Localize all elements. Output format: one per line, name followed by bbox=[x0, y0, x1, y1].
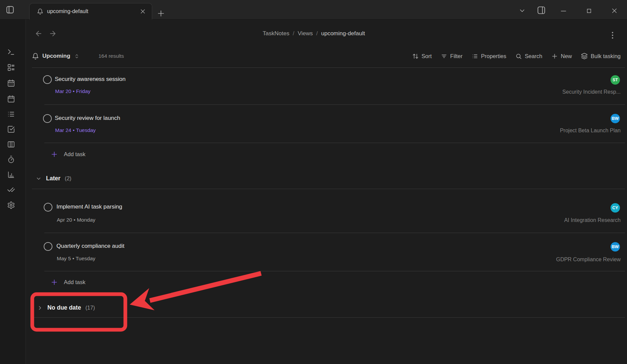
breadcrumb-root[interactable]: TaskNotes bbox=[263, 30, 289, 37]
sort-button[interactable]: Sort bbox=[412, 53, 432, 59]
add-task-button[interactable]: Add task bbox=[51, 151, 85, 158]
new-button[interactable]: New bbox=[551, 53, 572, 59]
task-project-link[interactable]: Project Beta Launch Plan bbox=[560, 128, 621, 134]
task-title[interactable]: Quarterly compliance audit bbox=[56, 243, 124, 249]
list-icon[interactable] bbox=[7, 110, 15, 118]
task-due-date: May 5 • Tuesday bbox=[57, 256, 95, 262]
left-sidebar-toggle-icon[interactable] bbox=[5, 5, 16, 15]
task-status-circle[interactable] bbox=[44, 203, 52, 212]
section-count: (2) bbox=[65, 176, 72, 182]
avatar: ST bbox=[611, 75, 620, 85]
window-close-icon[interactable] bbox=[611, 6, 618, 15]
breadcrumb: TaskNotes/Views/upcoming-default bbox=[263, 30, 365, 37]
breadcrumb-separator: / bbox=[293, 30, 294, 37]
add-task-label: Add task bbox=[64, 151, 85, 157]
breadcrumb-separator: / bbox=[316, 30, 318, 37]
section-divider bbox=[32, 317, 625, 318]
annotation-arrow-shaft bbox=[150, 273, 261, 301]
filter-button[interactable]: Filter bbox=[441, 53, 463, 59]
task-due-date: Apr 20 • Monday bbox=[57, 217, 95, 223]
nav-forward-icon[interactable] bbox=[49, 30, 57, 38]
task-title[interactable]: Security review for launch bbox=[55, 115, 120, 122]
row-divider bbox=[44, 104, 625, 105]
breadcrumb-current: upcoming-default bbox=[321, 30, 365, 37]
chevrons-up-down-icon bbox=[74, 53, 79, 59]
search-icon bbox=[515, 53, 522, 59]
task-project-link[interactable]: AI Integration Research bbox=[564, 217, 621, 223]
task-due-date: Mar 20 • Friday bbox=[55, 88, 90, 94]
tab-close-icon[interactable] bbox=[138, 7, 147, 16]
toolbar-actions: Sort Filter Properties Search New Bulk t… bbox=[412, 51, 621, 61]
layout-list-icon[interactable] bbox=[7, 63, 15, 72]
window-minimize-icon[interactable] bbox=[559, 6, 568, 15]
calendar-icon[interactable] bbox=[7, 95, 15, 103]
annotation-highlight-box bbox=[32, 294, 125, 330]
annotation-arrow-head bbox=[130, 288, 155, 310]
task-title[interactable]: Security awareness session bbox=[55, 76, 126, 83]
avatar: BW bbox=[611, 242, 620, 252]
ribbon-sidebar bbox=[0, 19, 26, 364]
filter-icon bbox=[441, 53, 447, 59]
check-square-icon[interactable] bbox=[7, 125, 15, 133]
section-header-later[interactable]: Later (2) bbox=[36, 175, 71, 182]
settings-gear-icon[interactable] bbox=[7, 201, 15, 209]
nav-back-icon[interactable] bbox=[35, 30, 43, 38]
terminal-icon[interactable] bbox=[7, 48, 15, 56]
task-status-circle[interactable] bbox=[44, 242, 52, 251]
sort-arrows-icon bbox=[412, 53, 419, 59]
columns-icon[interactable] bbox=[7, 140, 15, 148]
task-project-link[interactable]: Security Incident Resp... bbox=[562, 89, 621, 95]
results-count: 164 results bbox=[98, 53, 124, 59]
tab-list-chevron-icon[interactable] bbox=[518, 6, 526, 15]
window-maximize-icon[interactable] bbox=[585, 6, 593, 15]
section-title: Later bbox=[46, 175, 60, 182]
search-button[interactable]: Search bbox=[515, 53, 542, 59]
bulk-tasking-button[interactable]: Bulk tasking bbox=[581, 53, 621, 59]
section-header-no-due-date[interactable]: No due date (17) bbox=[37, 304, 95, 311]
task-project-link[interactable]: GDPR Compliance Review bbox=[556, 257, 621, 263]
row-divider bbox=[44, 271, 625, 271]
view-selector[interactable]: Upcoming bbox=[32, 51, 79, 61]
more-options-icon[interactable] bbox=[608, 30, 617, 41]
task-status-circle[interactable] bbox=[43, 114, 52, 123]
task-title[interactable]: Implement AI task parsing bbox=[56, 203, 122, 210]
view-selector-label: Upcoming bbox=[42, 53, 70, 59]
row-divider bbox=[32, 67, 625, 68]
plus-icon bbox=[51, 279, 58, 286]
bar-chart-icon[interactable] bbox=[7, 171, 15, 179]
double-check-icon[interactable] bbox=[7, 186, 15, 194]
add-task-button[interactable]: Add task bbox=[51, 279, 85, 286]
plus-icon bbox=[551, 53, 558, 59]
row-divider bbox=[44, 233, 625, 233]
calendar-days-icon[interactable] bbox=[7, 79, 15, 87]
section-title: No due date bbox=[47, 304, 81, 311]
breadcrumb-views[interactable]: Views bbox=[298, 30, 313, 37]
row-divider bbox=[44, 143, 625, 143]
chevron-down-icon bbox=[36, 176, 42, 182]
tab-upcoming-default[interactable]: upcoming-default bbox=[29, 3, 152, 19]
timer-icon[interactable] bbox=[7, 155, 15, 164]
properties-list-icon bbox=[472, 53, 478, 59]
avatar: BW bbox=[611, 114, 620, 123]
new-tab-icon[interactable] bbox=[157, 9, 165, 17]
chevron-right-icon bbox=[37, 305, 43, 311]
properties-button[interactable]: Properties bbox=[472, 53, 506, 59]
right-sidebar-toggle-icon[interactable] bbox=[537, 6, 546, 15]
avatar: CY bbox=[611, 203, 620, 213]
app-window: upcoming-default bbox=[0, 0, 627, 364]
plus-icon bbox=[51, 151, 58, 158]
bell-icon bbox=[37, 8, 43, 15]
bell-icon bbox=[32, 53, 39, 60]
task-due-date: Mar 24 • Tuesday bbox=[55, 127, 96, 133]
section-count: (17) bbox=[85, 305, 95, 311]
title-bar: upcoming-default bbox=[0, 0, 627, 19]
layers-icon bbox=[581, 53, 588, 59]
section-divider bbox=[32, 189, 625, 189]
task-status-circle[interactable] bbox=[43, 75, 52, 84]
tab-title: upcoming-default bbox=[47, 8, 135, 14]
add-task-label: Add task bbox=[64, 279, 85, 285]
